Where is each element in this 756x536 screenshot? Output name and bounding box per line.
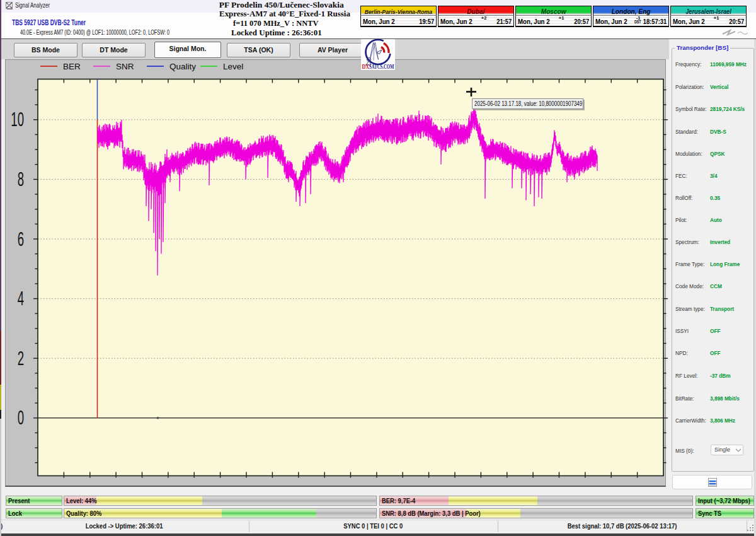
svg-text:DX: DX [362,63,370,70]
svg-text:SATCS.COM: SATCS.COM [369,63,394,70]
